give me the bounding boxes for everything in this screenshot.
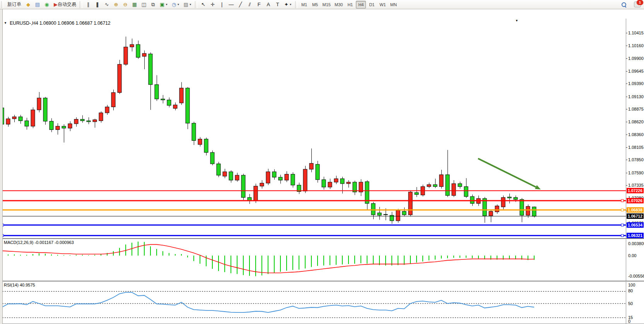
cursor-icon: ↖ bbox=[201, 2, 205, 7]
line-selection-handle[interactable] bbox=[621, 224, 624, 226]
search-icon bbox=[622, 2, 626, 7]
chart-window-icon: ▤ bbox=[35, 2, 40, 7]
macd-histogram-bar bbox=[88, 255, 89, 256]
price-axis-label: 1.07590 bbox=[628, 171, 644, 175]
crosshair-button[interactable]: ✛ bbox=[208, 1, 217, 9]
timeframe-button-w1[interactable]: W1 bbox=[378, 1, 388, 9]
pane-separator[interactable] bbox=[0, 238, 644, 239]
macd-histogram-bar bbox=[94, 255, 95, 256]
price-level-badge-1.06321[interactable]: 1.06321 bbox=[627, 233, 644, 238]
vertical-line-button[interactable]: ❘ bbox=[218, 1, 226, 9]
macd-histogram-bar bbox=[410, 256, 411, 264]
line-selection-handle[interactable] bbox=[621, 200, 624, 202]
text-button[interactable]: A bbox=[264, 1, 273, 9]
auto-trading-icon: ▶ bbox=[54, 2, 58, 7]
arrange-vertical-button[interactable]: ◫ bbox=[140, 1, 148, 9]
macd-histogram-bar bbox=[249, 256, 250, 276]
timeframe-button-m1[interactable]: M1 bbox=[299, 1, 309, 9]
candlestick-chart-icon: ❚ bbox=[96, 2, 100, 7]
template-button[interactable]: ▨▼ bbox=[182, 1, 193, 9]
bear-candle bbox=[248, 198, 251, 201]
trend-arrow[interactable] bbox=[478, 159, 536, 187]
bull-candle bbox=[452, 184, 456, 196]
label-button[interactable]: T bbox=[273, 1, 282, 9]
macd-histogram-bar bbox=[460, 256, 460, 258]
price-axis-label: 1.08875 bbox=[628, 107, 644, 111]
chart-window-button[interactable]: ▤ bbox=[33, 1, 42, 9]
macd-histogram-bar bbox=[268, 256, 268, 274]
macd-histogram-bar bbox=[348, 256, 349, 264]
macd-histogram-bar bbox=[156, 249, 157, 256]
horizontal-line-button[interactable]: ― bbox=[227, 1, 236, 9]
cursor-button[interactable]: ↖ bbox=[199, 1, 208, 9]
macd-histogram-bar bbox=[45, 254, 46, 256]
zoom-in-button[interactable]: ⊕ bbox=[112, 1, 120, 9]
macd-histogram-bar bbox=[311, 256, 312, 267]
bear-candle bbox=[192, 123, 196, 141]
chart-shift-marker[interactable]: ▼ bbox=[515, 19, 518, 22]
price-level-badge-1.06838[interactable]: 1.06838 bbox=[627, 207, 644, 213]
rsi-indicator-label: RSI(14) 40.9575 bbox=[4, 283, 35, 287]
ohlc-open: 1.06900 bbox=[39, 20, 56, 26]
bear-candle bbox=[155, 85, 159, 99]
chevron-down-icon[interactable]: ▼ bbox=[4, 21, 7, 25]
timeframe-button-mn[interactable]: MN bbox=[388, 1, 398, 9]
macd-histogram-bar bbox=[39, 253, 39, 256]
new-chart-button[interactable]: ▣▼ bbox=[158, 1, 169, 9]
macd-histogram-bar bbox=[132, 243, 132, 256]
new-order-button[interactable]: 新订单 bbox=[5, 1, 23, 9]
notifications-button[interactable]: 1 bbox=[634, 2, 641, 7]
timeframe-button-m15[interactable]: M15 bbox=[321, 1, 332, 9]
crosshair-icon: ✛ bbox=[210, 2, 215, 7]
chevron-down-icon: ▼ bbox=[165, 3, 168, 6]
timeframe-button-h4[interactable]: H4 bbox=[356, 1, 366, 9]
period-button[interactable]: ◷▼ bbox=[170, 1, 181, 9]
fibonacci-button[interactable]: F bbox=[255, 1, 263, 9]
bear-candle bbox=[316, 164, 319, 180]
bar-chart-button[interactable]: ∥ bbox=[84, 1, 92, 9]
bear-candle bbox=[384, 214, 388, 215]
auto-trading-button[interactable]: ▶ 自动交易 bbox=[52, 1, 78, 9]
timeframe-button-m5[interactable]: M5 bbox=[310, 1, 320, 9]
line-selection-handle[interactable] bbox=[621, 209, 624, 211]
price-level-badge-1.07026[interactable]: 1.07026 bbox=[627, 198, 644, 203]
rsi-pane bbox=[0, 281, 626, 323]
price-axis-label: 1.06570 bbox=[628, 221, 644, 225]
price-pane bbox=[0, 19, 626, 238]
price-axis-label: 1.09645 bbox=[628, 69, 644, 73]
zoom-out-button[interactable]: ⊖ bbox=[121, 1, 130, 9]
macd-histogram-bar bbox=[63, 255, 64, 256]
price-axis-label: 1.08620 bbox=[628, 119, 644, 124]
market-depth-button[interactable]: ◉ bbox=[43, 1, 51, 9]
equidistant-channel-button[interactable]: ⫽ bbox=[246, 1, 254, 9]
trendline-button[interactable]: ╱ bbox=[236, 1, 245, 9]
auto-trading-label: 自动交易 bbox=[58, 1, 76, 8]
bull-candle bbox=[56, 126, 60, 130]
bull-candle bbox=[31, 110, 35, 126]
macd-histogram-bar bbox=[150, 246, 151, 256]
line-selection-handle[interactable] bbox=[621, 234, 624, 237]
trade-book-button[interactable]: ◆ bbox=[24, 1, 32, 9]
bear-candle bbox=[217, 164, 220, 175]
trend-arrow-head[interactable] bbox=[535, 185, 541, 189]
tile-windows-button[interactable]: ▦ bbox=[130, 1, 139, 9]
timeframe-button-h1[interactable]: H1 bbox=[345, 1, 355, 9]
timeframe-button-d1[interactable]: D1 bbox=[367, 1, 377, 9]
mt4-window: 新订单 ◆▤◉ ▶ 自动交易 ∥❚∿⊕⊖▦◫⧉▣▼◷▼▨▼ ↖✛❘―╱⫽FAT✦… bbox=[0, 0, 644, 324]
pane-separator[interactable] bbox=[0, 281, 644, 282]
bull-candle bbox=[285, 174, 289, 180]
timeframe-button-m30[interactable]: M30 bbox=[333, 1, 344, 9]
market-depth-icon: ◉ bbox=[44, 2, 49, 7]
arrange-cascade-button[interactable]: ⧉ bbox=[149, 1, 157, 9]
price-level-badge-1.06712[interactable]: 1.06712 bbox=[627, 213, 644, 219]
macd-histogram-bar bbox=[14, 254, 15, 256]
candlestick-chart-button[interactable]: ❚ bbox=[93, 1, 102, 9]
bear-candle bbox=[210, 152, 214, 164]
price-level-badge-1.07226[interactable]: 1.07226 bbox=[627, 188, 644, 193]
line-chart-button[interactable]: ∿ bbox=[102, 1, 111, 9]
arrows-button[interactable]: ✦▼ bbox=[283, 1, 294, 9]
price-level-badge-1.06534[interactable]: 1.06534 bbox=[627, 222, 644, 228]
bear-candle bbox=[272, 172, 276, 177]
macd-histogram-bar bbox=[231, 256, 231, 273]
search-button[interactable] bbox=[618, 0, 630, 9]
